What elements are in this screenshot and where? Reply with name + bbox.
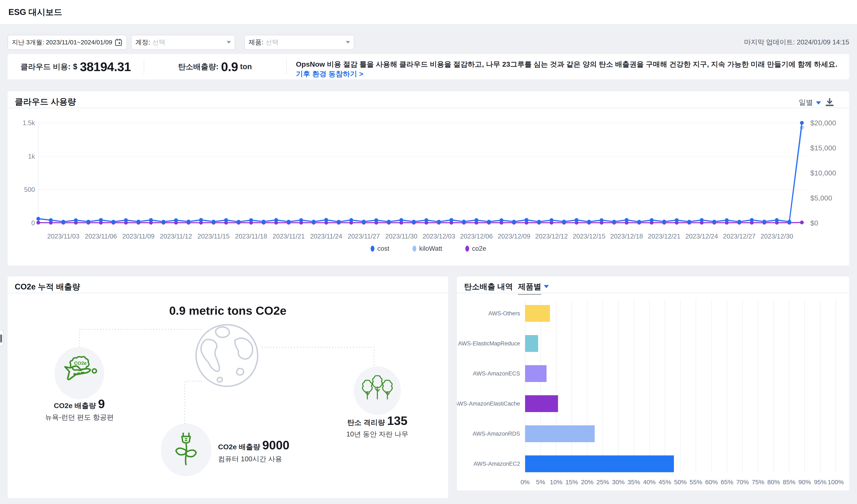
- x-axis-tick: 75%: [752, 479, 764, 486]
- data-point-cost: [537, 220, 541, 224]
- x-axis-tick: 2023/12/12: [535, 233, 568, 240]
- product-select[interactable]: 제품: 선택: [244, 35, 354, 50]
- drawer-handle[interactable]: [0, 330, 4, 346]
- data-point-cost: [775, 218, 779, 222]
- bar-AWS-AmazonRDS: [525, 425, 595, 442]
- data-point-cost: [512, 220, 516, 224]
- x-axis-tick: 2023/12/30: [760, 233, 793, 240]
- computer-value: 9000: [262, 438, 289, 452]
- data-point-cost: [299, 218, 303, 222]
- legend-cost[interactable]: cost: [371, 245, 389, 253]
- data-point-cost: [387, 220, 391, 224]
- trees-stat: 탄소 격리량 135: [325, 414, 430, 428]
- flight-stat: CO2e 배출량 9: [27, 397, 132, 411]
- bar-label: AWS-Others: [488, 310, 520, 317]
- usage-card: 클라우드 사용량 일별 1.5k1k5000$20,000$15,000$10,…: [7, 91, 849, 265]
- x-axis-tick: 70%: [736, 479, 749, 486]
- drawer-handle-icon: [0, 334, 2, 343]
- data-point-cost: [36, 217, 40, 221]
- right-axis-tick: $10,000: [810, 169, 836, 177]
- legend-co2e[interactable]: co2e: [465, 245, 486, 253]
- trees-value: 135: [387, 414, 407, 428]
- data-point-cost: [750, 218, 754, 222]
- data-point-cost: [374, 218, 378, 222]
- data-point-cost: [550, 218, 553, 222]
- data-point-cost: [124, 218, 128, 222]
- computer-label: CO2e 배출량: [218, 442, 260, 452]
- account-select[interactable]: 계정: 선택: [131, 35, 235, 50]
- x-axis-tick: 2023/11/12: [160, 233, 192, 240]
- trees-icon: [362, 375, 393, 403]
- series-line-kiloWatt: [38, 127, 802, 222]
- x-axis-tick: 15%: [565, 479, 578, 486]
- co2e-card: CO2e 누적 배출량 0.9 metric tons CO2e CO2e CO…: [7, 276, 448, 498]
- data-point-cost: [62, 220, 65, 224]
- bar-AWS-Others: [525, 305, 550, 322]
- x-axis-tick: 2023/11/03: [47, 233, 80, 240]
- date-range-value: 지난 3개월: 2023/11/01~2024/01/09: [12, 38, 112, 47]
- data-point-cost: [712, 220, 716, 224]
- x-axis-tick: 80%: [767, 479, 780, 486]
- svg-text:CO2e: CO2e: [74, 360, 86, 366]
- emission-bar-chart: 0%5%10%15%20%25%30%35%40%45%50%55%60%65%…: [457, 276, 849, 490]
- x-axis-tick: 2023/12/18: [610, 233, 643, 240]
- data-point-cost: [424, 218, 428, 222]
- right-axis-tick: $15,000: [810, 144, 836, 152]
- plug-leaf-icon: [170, 430, 202, 468]
- x-axis-tick: 2023/12/06: [460, 233, 493, 240]
- x-axis-tick: 50%: [674, 479, 687, 486]
- x-axis-tick: 2023/11/06: [85, 233, 117, 240]
- data-point-cost: [525, 218, 528, 222]
- x-axis-tick: 2023/12/21: [648, 233, 680, 240]
- x-axis-tick: 2023/11/15: [197, 233, 230, 240]
- computer-desc: 컴퓨터 100시간 사용: [218, 454, 298, 464]
- x-axis-tick: 100%: [828, 479, 844, 486]
- account-label: 계정:: [135, 38, 150, 47]
- data-point-cost: [199, 218, 203, 222]
- data-point-cost: [600, 218, 603, 222]
- page-header: ESG 대시보드: [0, 0, 857, 24]
- data-point-cost: [274, 218, 278, 222]
- carbon-summary: 탄소배출량: 0.9 ton: [144, 54, 286, 79]
- data-point-cost: [99, 218, 103, 222]
- x-axis-tick: 60%: [705, 479, 718, 486]
- data-point-cost: [212, 220, 216, 224]
- chevron-down-icon: [227, 41, 231, 44]
- data-point-cost: [412, 220, 416, 224]
- summary-card: 클라우드 비용: $ 38194.31 탄소배출량: 0.9 ton OpsNo…: [7, 54, 849, 79]
- legend-kilowatt[interactable]: kiloWatt: [413, 245, 442, 253]
- carbon-unit: ton: [240, 62, 252, 71]
- data-point-cost: [49, 218, 53, 222]
- x-axis-tick: 85%: [783, 479, 795, 486]
- legend-cost-label: cost: [377, 245, 389, 253]
- data-point-cost: [675, 218, 678, 222]
- x-axis-tick: 45%: [658, 479, 671, 486]
- data-point-cost: [587, 220, 591, 224]
- product-placeholder: 선택: [266, 38, 279, 47]
- date-range-picker[interactable]: 지난 3개월: 2023/11/01~2024/01/09: [7, 35, 127, 50]
- airplane-co2e-icon: CO2e: [59, 352, 100, 393]
- data-point-cost: [174, 218, 178, 222]
- data-point-cost: [562, 220, 566, 224]
- data-point-cost: [500, 218, 503, 222]
- x-axis-tick: 0%: [520, 479, 530, 486]
- data-point-cost: [450, 218, 453, 222]
- climate-link[interactable]: 기후 환경 동참하기 >: [296, 69, 363, 79]
- flight-desc: 뉴욕-런던 편도 항공편: [27, 413, 132, 422]
- data-point-cost: [475, 218, 478, 222]
- data-point-cost: [74, 218, 78, 222]
- x-axis-tick: 2023/11/30: [385, 233, 417, 240]
- data-point-cost: [86, 220, 90, 224]
- left-axis-tick: 500: [24, 186, 35, 193]
- bar-label: AWS-AmazonEC2: [473, 460, 520, 467]
- right-axis-tick: $5,000: [810, 194, 832, 202]
- bar-label: AWS-ElasticMapReduce: [458, 340, 520, 347]
- right-axis-tick: $0: [810, 219, 818, 227]
- legend-kilowatt-label: kiloWatt: [419, 245, 442, 253]
- right-axis-tick: $20,000: [810, 119, 836, 127]
- data-point-cost: [349, 218, 353, 222]
- bar-label: AWS-AmazonECS: [473, 370, 520, 377]
- x-axis-tick: 2023/11/09: [122, 233, 154, 240]
- data-point-cost: [437, 220, 441, 224]
- data-point-cost: [788, 220, 791, 224]
